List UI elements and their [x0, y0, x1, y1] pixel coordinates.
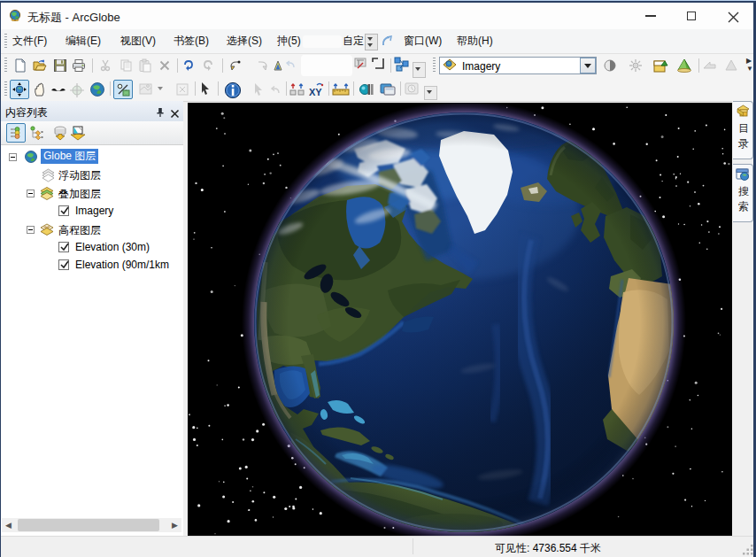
- svg-text:XY: XY: [309, 87, 322, 97]
